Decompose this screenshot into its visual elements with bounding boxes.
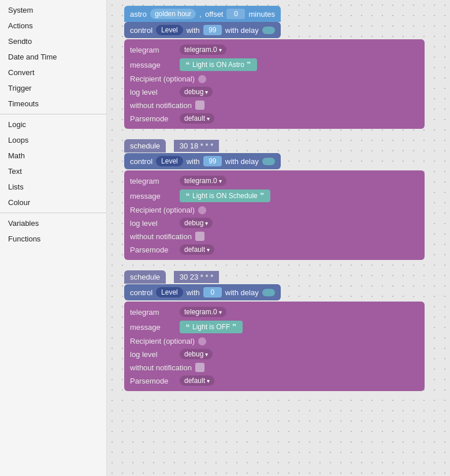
loglevel-row-2: log level debug xyxy=(130,216,419,230)
recipient-connector-2 xyxy=(198,206,206,214)
notification-checkbox-1[interactable] xyxy=(195,101,204,110)
notification-row-1: without notification xyxy=(130,99,419,111)
loglevel-selector-2[interactable]: debug xyxy=(180,218,213,228)
sidebar-divider-2 xyxy=(0,213,106,213)
control-label-2: control xyxy=(130,157,153,166)
astro-offset-label: , xyxy=(199,10,202,18)
control-value-3[interactable]: 0 xyxy=(203,287,222,298)
notification-checkbox-3[interactable] xyxy=(195,363,204,372)
parsemode-label-3: Parsemode xyxy=(130,377,176,385)
sidebar-item-convert[interactable]: Convert xyxy=(0,65,106,80)
sidebar-item-sendto[interactable]: Sendto xyxy=(0,34,106,49)
control-label-3: control xyxy=(130,288,153,297)
sidebar-item-timeouts[interactable]: Timeouts xyxy=(0,96,106,111)
control-toggle-2[interactable] xyxy=(262,158,275,165)
schedule-label-1: schedule xyxy=(124,139,166,153)
recipient-label-3: Recipient (optional) xyxy=(130,337,195,345)
telegram-selector-1[interactable]: telegram.0 xyxy=(180,44,226,55)
parsemode-selector-3[interactable]: default xyxy=(180,375,214,386)
sidebar-item-text[interactable]: Text xyxy=(0,163,106,179)
parsemode-row-2: Parsemode default xyxy=(130,243,419,256)
control-delay-label-3: with delay xyxy=(225,288,259,297)
quote-open-3: ❝ xyxy=(185,322,190,332)
telegram-block-2: telegram telegram.0 message ❝ Light is O… xyxy=(124,170,425,260)
notification-label-1: without notification xyxy=(130,101,192,110)
sidebar-item-functions[interactable]: Functions xyxy=(0,231,106,247)
message-row-1: message ❝ Light is ON Astro ❞ xyxy=(130,57,419,73)
sidebar-item-lists[interactable]: Lists xyxy=(0,179,106,195)
message-text-1: ❝ Light is ON Astro ❞ xyxy=(180,58,257,71)
message-row-3: message ❝ Light is OFF ❞ xyxy=(130,319,419,335)
loglevel-label-3: log level xyxy=(130,350,176,359)
recipient-connector-3 xyxy=(198,337,206,345)
sidebar-divider-1 xyxy=(0,114,106,114)
control-row-3: control Level with 0 with delay xyxy=(124,284,281,300)
loglevel-label-1: log level xyxy=(130,88,176,96)
astro-value-pill[interactable]: golden hour xyxy=(150,9,196,19)
loglevel-selector-1[interactable]: debug xyxy=(180,87,213,97)
notification-checkbox-2[interactable] xyxy=(195,232,204,241)
telegram-row-3: telegram telegram.0 xyxy=(130,305,419,319)
notification-row-3: without notification xyxy=(130,361,419,374)
astro-offset-value[interactable]: 0 xyxy=(226,9,245,19)
sidebar-item-colour[interactable]: Colour xyxy=(0,195,106,210)
message-content-2: Light is ON Schedule xyxy=(192,192,258,200)
control-with-1: with xyxy=(187,26,200,35)
parsemode-selector-1[interactable]: default xyxy=(180,113,214,124)
sidebar-item-trigger[interactable]: Trigger xyxy=(0,80,106,96)
astro-offset-text: offset xyxy=(205,10,224,18)
sidebar-item-actions[interactable]: Actions xyxy=(0,18,106,34)
control-pill-3[interactable]: Level xyxy=(156,287,183,298)
control-toggle-3[interactable] xyxy=(262,289,275,296)
parsemode-row-3: Parsemode default xyxy=(130,374,419,388)
message-content-3: Light is OFF xyxy=(192,323,230,331)
control-delay-label-1: with delay xyxy=(225,26,259,35)
schedule-block-section-2: schedule 30 23 * * * control Level with … xyxy=(113,270,444,391)
recipient-row-1: Recipient (optional) xyxy=(130,73,419,85)
telegram-row-1: telegram telegram.0 xyxy=(130,43,419,57)
control-toggle-1[interactable] xyxy=(262,27,275,34)
control-pill-1[interactable]: Level xyxy=(156,25,183,35)
control-pill-2[interactable]: Level xyxy=(156,156,183,166)
telegram-block-3: telegram telegram.0 message ❝ Light is O… xyxy=(124,302,425,391)
control-value-1[interactable]: 99 xyxy=(203,25,222,35)
recipient-label-2: Recipient (optional) xyxy=(130,206,195,214)
control-value-2[interactable]: 99 xyxy=(203,156,222,166)
control-row-1: control Level with 99 with delay xyxy=(124,22,281,38)
notification-label-3: without notification xyxy=(130,363,192,372)
telegram-selector-3[interactable]: telegram.0 xyxy=(180,307,226,317)
sidebar-item-math[interactable]: Math xyxy=(0,148,106,163)
sidebar-item-system[interactable]: System xyxy=(0,2,106,18)
telegram-row-2: telegram telegram.0 xyxy=(130,174,419,188)
telegram-selector-2[interactable]: telegram.0 xyxy=(180,176,226,186)
quote-close-3: ❞ xyxy=(232,322,237,332)
sidebar-item-variables[interactable]: Variables xyxy=(0,215,106,231)
notification-label-2: without notification xyxy=(130,232,192,241)
sidebar-item-loops[interactable]: Loops xyxy=(0,132,106,148)
sidebar-item-datetime[interactable]: Date and Time xyxy=(0,49,106,65)
telegram-label-3: telegram xyxy=(130,308,176,317)
control-with-2: with xyxy=(187,157,200,166)
astro-label: astro xyxy=(130,10,147,18)
astro-block-section: astro golden hour , offset 0 minutes con… xyxy=(113,6,444,129)
message-label-3: message xyxy=(130,323,176,332)
loglevel-selector-3[interactable]: debug xyxy=(180,349,213,359)
canvas: astro golden hour , offset 0 minutes con… xyxy=(107,0,450,476)
message-row-2: message ❝ Light is ON Schedule ❞ xyxy=(130,188,419,204)
sidebar: System Actions Sendto Date and Time Conv… xyxy=(0,0,107,476)
loglevel-row-1: log level debug xyxy=(130,85,419,99)
quote-close-1: ❞ xyxy=(247,60,251,69)
parsemode-label-2: Parsemode xyxy=(130,246,176,254)
recipient-connector-1 xyxy=(198,75,206,83)
parsemode-selector-2[interactable]: default xyxy=(180,244,214,255)
telegram-block-1: telegram telegram.0 message ❝ Light is O… xyxy=(124,39,425,129)
notification-row-2: without notification xyxy=(130,230,419,243)
sidebar-item-logic[interactable]: Logic xyxy=(0,117,106,132)
control-row-2: control Level with 99 with delay xyxy=(124,153,281,169)
telegram-label-1: telegram xyxy=(130,46,176,54)
loglevel-label-2: log level xyxy=(130,219,176,228)
control-delay-label-2: with delay xyxy=(225,157,259,166)
astro-minutes-label: minutes xyxy=(248,10,275,18)
message-label-1: message xyxy=(130,61,176,69)
control-with-3: with xyxy=(187,288,200,297)
